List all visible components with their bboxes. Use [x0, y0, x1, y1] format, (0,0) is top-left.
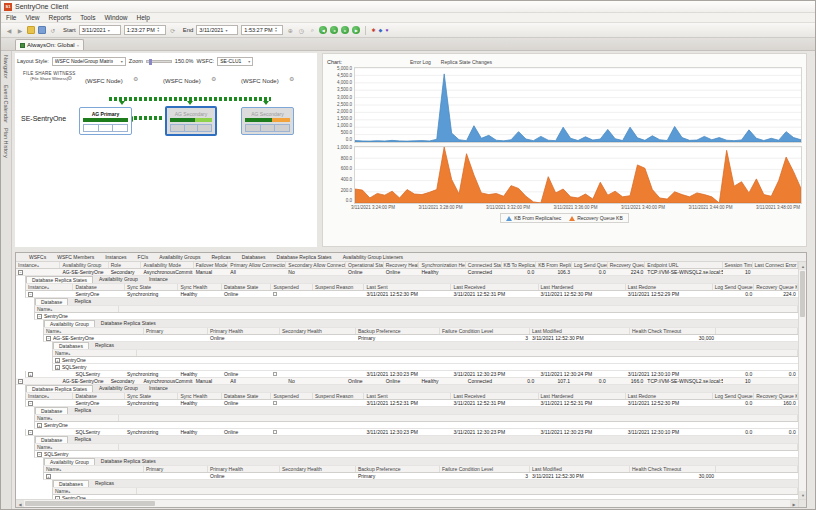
spinner-icon[interactable]: ▲▼	[275, 27, 278, 33]
column-header[interactable]: Instance	[16, 262, 60, 268]
search-icon[interactable]: ⌕	[308, 27, 316, 34]
suspended-checkbox[interactable]	[273, 430, 277, 434]
zoom-slider[interactable]	[146, 60, 172, 63]
grid-tab-databases[interactable]: Databases	[237, 254, 271, 260]
menu-file[interactable]: File	[6, 14, 16, 21]
column-header[interactable]: Suspended	[271, 393, 313, 399]
column-header[interactable]: Instance	[26, 284, 73, 290]
column-header[interactable]: Last Sent	[364, 284, 451, 290]
end-date-input[interactable]: 3/11/2021▾	[196, 25, 238, 35]
column-header[interactable]: Suspend Reason	[313, 284, 364, 290]
column-header[interactable]: Last Modified	[530, 466, 630, 472]
table-row[interactable]: −AG-SE-SentryOneSecondaryAsynchronousCom…	[16, 378, 798, 385]
table-row[interactable]: −SQLSentry	[34, 451, 798, 458]
wsfc-select[interactable]: SE-CLU1▾	[217, 57, 253, 66]
tag-icon[interactable]: ♥	[385, 28, 388, 33]
scroll-right-icon[interactable]: ▶	[790, 500, 798, 508]
nested-tab-replica[interactable]: Replica	[69, 298, 96, 305]
column-header[interactable]: Primary Allow Connections	[228, 262, 286, 268]
column-header[interactable]: Name	[35, 415, 119, 421]
alert-icon[interactable]: ✱	[371, 28, 375, 33]
grid-tab-instances[interactable]: Instances	[100, 254, 131, 260]
nested-tab-databases[interactable]: Databases	[53, 480, 89, 487]
expander-icon[interactable]: −	[37, 452, 42, 457]
menu-view[interactable]: View	[25, 14, 39, 21]
gear-icon[interactable]: ⚙	[289, 75, 294, 82]
column-header[interactable]: Suspend Reason	[313, 393, 364, 399]
column-header[interactable]: Last Sent	[364, 393, 451, 399]
nested-tab-availability-group[interactable]: Availability Group	[94, 385, 143, 392]
grid-tab-availability-group-listeners[interactable]: Availability Group Listeners	[338, 254, 409, 260]
end-time-input[interactable]: 1:53:27 PM▲▼	[241, 25, 283, 35]
menu-help[interactable]: Help	[137, 14, 150, 21]
column-header[interactable]: KB To Replica/sec	[502, 262, 537, 268]
column-header[interactable]: Operational State	[346, 262, 384, 268]
jump-start-icon[interactable]: ◀	[319, 26, 327, 34]
table-row[interactable]: −AG-SE-SentryOneOnlinePrimary33/11/2021 …	[43, 335, 798, 342]
rail-tab-event-calendar[interactable]: Event Calendar	[3, 85, 9, 123]
table-row[interactable]: −AG-SE-SentryOneSecondaryAsynchronousCom…	[16, 269, 798, 276]
nested-tab-replica[interactable]: Replica	[69, 436, 96, 443]
expander-icon[interactable]: +	[55, 358, 60, 363]
nested-tab-database-replica-states[interactable]: Database Replica States	[26, 276, 93, 283]
column-header[interactable]: Recovery Queue KB	[754, 393, 798, 399]
column-header[interactable]: KB From Replica/sec	[536, 262, 572, 268]
rail-tab-navigator[interactable]: Navigator	[3, 55, 9, 79]
gear-icon[interactable]: ⚙	[67, 74, 72, 81]
column-header[interactable]: Sync Health	[178, 284, 222, 290]
column-header[interactable]: Health Check Timeout	[630, 328, 716, 334]
expander-icon[interactable]: +	[28, 372, 33, 377]
grid-tab-wsfc-members[interactable]: WSFC Members	[52, 254, 99, 260]
column-header[interactable]: Endpoint URL	[645, 262, 722, 268]
column-header[interactable]: Failure Condition Level	[440, 466, 530, 472]
menu-window[interactable]: Window	[104, 14, 127, 21]
column-header[interactable]: Database State	[222, 284, 271, 290]
replica-state-changes-link[interactable]: Replica State Changes	[441, 59, 492, 65]
nested-tab-replicas[interactable]: Replicas	[90, 480, 119, 487]
scrollbar-thumb[interactable]	[25, 501, 155, 506]
expander-icon[interactable]: −	[18, 270, 23, 275]
expander-icon[interactable]: +	[37, 423, 42, 428]
expander-icon[interactable]: −	[37, 314, 42, 319]
ag-box-ag-secondary-2[interactable]: AG Secondary	[165, 106, 217, 136]
scroll-up-icon[interactable]: ▲	[799, 262, 807, 270]
column-header[interactable]: Recovery Health	[384, 262, 420, 268]
column-header[interactable]: Name	[35, 306, 119, 312]
column-header[interactable]: Last Redone	[626, 284, 713, 290]
menu-reports[interactable]: Reports	[48, 14, 71, 21]
table-row[interactable]: +SQLSentry	[52, 364, 798, 371]
column-header[interactable]: Log Send Queue KB	[713, 393, 755, 399]
table-row[interactable]: +SentryOne	[52, 357, 798, 364]
column-header[interactable]: Secondary Health	[280, 328, 356, 334]
nested-tab-database-replica-states[interactable]: Database Replica States	[96, 320, 161, 327]
column-header[interactable]: Availability Mode	[141, 262, 193, 268]
table-row[interactable]: −SentryOneSynchronizingHealthyOnline3/11…	[25, 400, 798, 407]
suspended-checkbox[interactable]	[273, 401, 277, 405]
jump-end-icon[interactable]: ▶	[352, 26, 360, 34]
column-header[interactable]: Last Connect Error Number	[753, 262, 798, 268]
column-header[interactable]: Log Send Queue KB	[572, 262, 608, 268]
expander-icon[interactable]: +	[46, 474, 51, 479]
column-header[interactable]: Name	[35, 444, 119, 450]
spinner-icon[interactable]: ▲▼	[157, 27, 160, 33]
column-header[interactable]: Secondary Health	[280, 466, 356, 472]
column-header[interactable]: Health Check Timeout	[630, 466, 716, 472]
folder-icon[interactable]	[27, 26, 35, 34]
layout-style-select[interactable]: WSFC Node/Group Matrix▾	[52, 57, 126, 66]
column-header[interactable]: Availability Group	[60, 262, 108, 268]
grid-tab-availability-groups[interactable]: Availability Groups	[154, 254, 205, 260]
nested-tab-availability-group[interactable]: Availability Group	[94, 276, 143, 283]
save-icon[interactable]	[38, 26, 46, 34]
column-header[interactable]: Secondary Allow Connections	[286, 262, 346, 268]
column-header[interactable]: Suspended	[271, 284, 313, 290]
column-header[interactable]: Last Modified	[530, 328, 630, 334]
column-header[interactable]: Last Received	[451, 393, 538, 399]
nested-tab-availability-group[interactable]: Availability Group	[44, 458, 95, 465]
column-header[interactable]: Last Redone	[626, 393, 713, 399]
suspended-checkbox[interactable]	[273, 292, 277, 296]
column-header[interactable]: Sync State	[125, 393, 178, 399]
column-header[interactable]: Backup Preference	[356, 466, 440, 472]
expander-icon[interactable]: −	[46, 336, 51, 341]
suspended-checkbox[interactable]	[273, 372, 277, 376]
nested-tab-database[interactable]: Database	[35, 298, 68, 305]
